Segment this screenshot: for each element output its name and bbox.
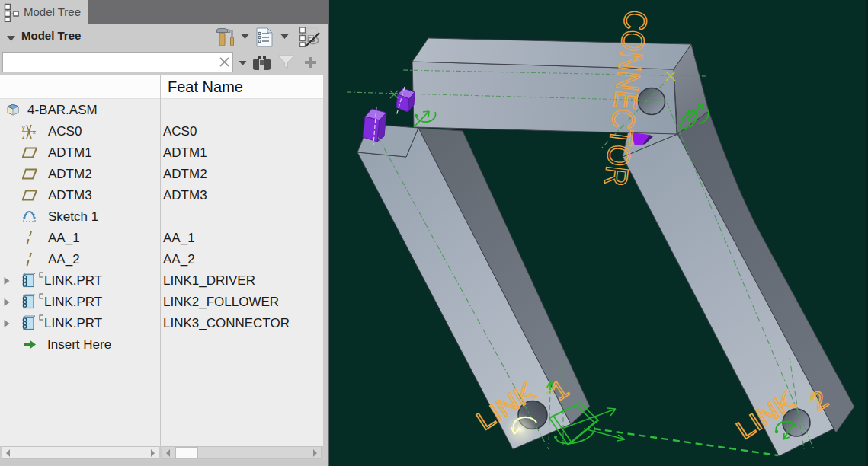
- svg-text:x: x: [33, 129, 36, 135]
- svg-text:z: z: [22, 134, 25, 139]
- svg-text:y: y: [22, 125, 25, 131]
